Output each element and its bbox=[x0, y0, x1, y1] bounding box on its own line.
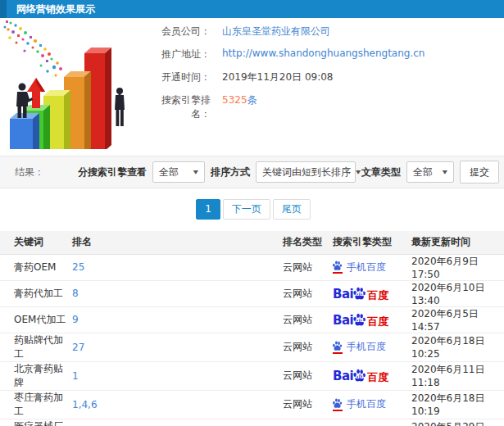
pagination: 1 下一页 尾页 bbox=[0, 199, 504, 220]
keyword-cell: OEM代加工 bbox=[0, 306, 72, 333]
chevron-down-icon: ▼ bbox=[193, 169, 198, 174]
mobile-baidu-underline bbox=[333, 410, 343, 411]
filter-controls: 分搜索引擎查看 全部 ▼ 排序方式 关键词由短到长排序 ▼ 文章类型 全部 ▼ … bbox=[78, 161, 499, 184]
baidu-cn-text: 百度 bbox=[367, 372, 388, 383]
rank-link[interactable]: 8 bbox=[72, 288, 79, 299]
confetti-dots bbox=[4, 20, 63, 77]
member-company-label: 会员公司： bbox=[152, 25, 211, 39]
updated-cell: 2020年6月11日 11:18 bbox=[411, 361, 504, 390]
engine-cell: Baidu百度 bbox=[333, 280, 411, 306]
keyword-cell: 医疗器械厂家 bbox=[0, 419, 72, 426]
rank-link[interactable]: 9 bbox=[72, 314, 79, 325]
rank-type-cell: 云网站 bbox=[283, 333, 333, 361]
engine-rank-label: 搜索引擎排名： bbox=[152, 93, 211, 121]
keyword-cell: 北京膏药贴牌 bbox=[0, 361, 72, 390]
promo-url-label: 推广地址： bbox=[152, 48, 211, 61]
page-title: 网络营销效果展示 bbox=[16, 3, 95, 15]
chevron-down-icon: ▼ bbox=[356, 169, 361, 174]
engine-type-header: 搜索引擎类型 bbox=[333, 231, 411, 254]
bar-blue bbox=[10, 113, 39, 149]
rank-type-header: 排名类型 bbox=[283, 231, 333, 254]
rank-type-cell: 云网站 bbox=[283, 280, 333, 306]
mobile-baidu-underline bbox=[333, 352, 343, 354]
promo-url-link[interactable]: http://www.shandonghuangshengtang.cn bbox=[222, 48, 425, 59]
table-row: 医疗器械厂家 4 云网站 Baidu百度 2020年5月29日 10:32 bbox=[0, 419, 504, 426]
keyword-cell: 膏药OEM bbox=[0, 254, 72, 280]
baidu-paw-icon bbox=[332, 261, 343, 271]
baidu-logo: Baidu百度 bbox=[333, 313, 388, 327]
chevron-down-icon: ▼ bbox=[443, 169, 447, 174]
baidu-paw-icon bbox=[332, 398, 343, 409]
table-header-row: 关键词 排名 排名类型 搜索引擎类型 最新更新时间 bbox=[0, 231, 504, 254]
updated-cell: 2020年6月10日 13:40 bbox=[411, 280, 504, 306]
engine-filter-label: 分搜索引擎查看 bbox=[78, 165, 147, 179]
engine-cell: Baidu百度 bbox=[333, 419, 411, 426]
page-1-button[interactable]: 1 bbox=[196, 199, 220, 220]
mobile-baidu-icon bbox=[333, 398, 343, 411]
rank-link[interactable]: 25 bbox=[72, 261, 84, 273]
company-info-list: 会员公司： 山东皇圣堂药业有限公司 推广地址： http://www.shand… bbox=[152, 18, 504, 156]
sort-filter-label: 排序方式 bbox=[211, 165, 250, 179]
table-row: 膏药OEM 25 云网站 手机百度 2020年6月9日 17:50 bbox=[0, 254, 504, 280]
next-page-button[interactable]: 下一页 bbox=[223, 199, 270, 220]
engine-cell: 手机百度 bbox=[333, 333, 411, 361]
updated-header: 最新更新时间 bbox=[411, 231, 504, 254]
member-company-row: 会员公司： 山东皇圣堂药业有限公司 bbox=[152, 25, 504, 36]
table-row: 药贴牌代加工 27 云网站 手机百度 2020年6月18日 10:25 bbox=[0, 333, 504, 361]
promo-url-row: 推广地址： http://www.shandonghuangshengtang.… bbox=[152, 48, 504, 59]
engine-rank-value: 5325条 bbox=[222, 93, 257, 107]
mobile-baidu-icon bbox=[333, 261, 343, 274]
member-company-link[interactable]: 山东皇圣堂药业有限公司 bbox=[222, 25, 330, 39]
rank-link[interactable]: 1,4,6 bbox=[72, 399, 98, 410]
open-time-row: 开通时间： 2019年11月20日 09:08 bbox=[152, 70, 504, 82]
updated-cell: 2020年6月18日 10:25 bbox=[411, 333, 504, 361]
last-page-button[interactable]: 尾页 bbox=[273, 199, 311, 220]
baidu-cn-text: 百度 bbox=[367, 290, 388, 301]
rank-type-cell: 云网站 bbox=[283, 306, 333, 333]
mobile-baidu-label: 手机百度 bbox=[347, 340, 386, 354]
page-header: 网络营销效果展示 bbox=[0, 0, 504, 18]
table-row: 膏药代加工 8 云网站 Baidu百度 2020年6月10日 13:40 bbox=[0, 280, 504, 306]
rank-header: 排名 bbox=[72, 231, 283, 254]
growth-bar-chart-illustration-svg bbox=[0, 18, 152, 149]
engine-cell: Baidu百度 bbox=[333, 306, 411, 333]
rank-type-cell: 云网站 bbox=[283, 419, 333, 426]
info-section: 会员公司： 山东皇圣堂药业有限公司 推广地址： http://www.shand… bbox=[0, 18, 504, 156]
open-time-value: 2019年11月20日 09:08 bbox=[222, 70, 333, 84]
mobile-baidu-label: 手机百度 bbox=[347, 397, 386, 411]
rank-type-cell: 云网站 bbox=[283, 361, 333, 390]
baidu-cn-text: 百度 bbox=[367, 316, 388, 327]
type-filter-label: 文章类型 bbox=[361, 165, 401, 179]
keyword-cell: 膏药代加工 bbox=[0, 280, 72, 306]
rank-link[interactable]: 27 bbox=[72, 342, 84, 353]
table-row: 北京膏药贴牌 1 云网站 Baidu百度 2020年6月11日 11:18 bbox=[0, 361, 504, 390]
rank-type-cell: 云网站 bbox=[283, 254, 333, 280]
engine-filter-value: 全部 bbox=[159, 165, 179, 179]
engine-cell: 手机百度 bbox=[333, 390, 411, 419]
rank-link[interactable]: 1 bbox=[72, 370, 79, 382]
mobile-baidu-icon bbox=[333, 341, 343, 354]
rank-count: 5325 bbox=[222, 94, 247, 106]
engine-rank-row: 搜索引擎排名： 5325条 bbox=[152, 93, 504, 105]
ranking-table-body: 膏药OEM 25 云网站 手机百度 2020年6月9日 17:50 膏药代加工 … bbox=[0, 254, 504, 426]
baidu-logo: Baidu百度 bbox=[333, 369, 388, 383]
mobile-baidu-label: 手机百度 bbox=[347, 261, 386, 274]
engine-filter-select[interactable]: 全部 ▼ bbox=[152, 161, 205, 183]
baidu-bai-text: Bai bbox=[333, 315, 353, 327]
mobile-baidu-logo: 手机百度 bbox=[333, 261, 386, 274]
open-time-label: 开通时间： bbox=[152, 70, 211, 84]
businessman-right bbox=[115, 88, 125, 126]
table-row: OEM代加工 9 云网站 Baidu百度 2020年6月5日 14:57 bbox=[0, 306, 504, 333]
type-filter-select[interactable]: 全部 ▼ bbox=[406, 161, 454, 183]
result-label: 结果： bbox=[15, 165, 44, 179]
submit-button[interactable]: 提交 bbox=[460, 161, 499, 184]
keyword-header: 关键词 bbox=[0, 231, 72, 254]
updated-cell: 2020年5月29日 10:32 bbox=[411, 419, 504, 426]
keyword-cell: 药贴牌代加工 bbox=[0, 333, 72, 361]
growth-bar-chart-illustration bbox=[0, 18, 152, 149]
sort-filter-select[interactable]: 关键词由短到长排序 ▼ bbox=[256, 161, 356, 183]
updated-cell: 2020年6月5日 14:57 bbox=[411, 306, 504, 333]
updated-cell: 2020年6月9日 17:50 bbox=[411, 254, 504, 280]
baidu-bai-text: Bai bbox=[333, 288, 353, 301]
baidu-bai-text: Bai bbox=[333, 370, 353, 383]
